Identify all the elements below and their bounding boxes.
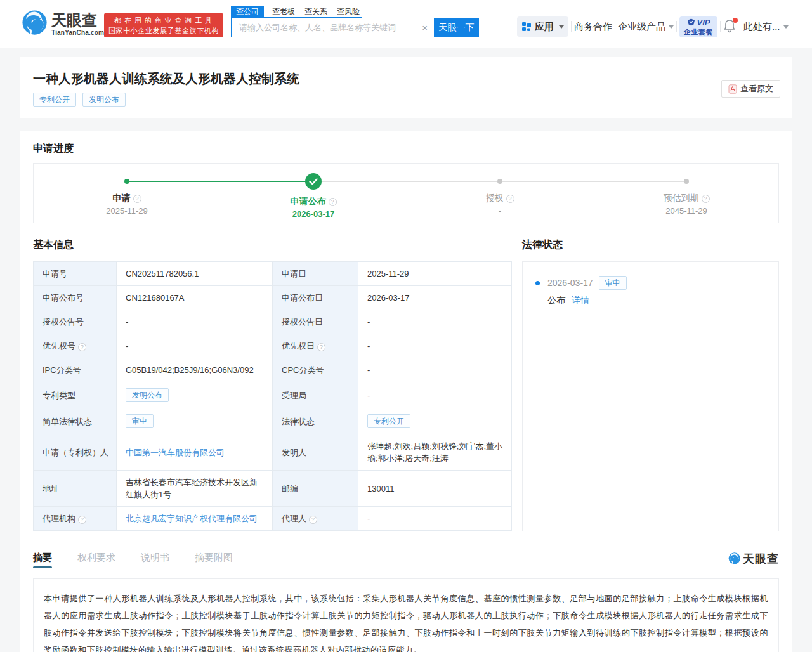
label-inventors: 发明人 — [273, 434, 358, 471]
value-publication-number: CN121680167A — [117, 286, 273, 310]
apps-menu-button[interactable]: 应用 — [517, 16, 568, 37]
enterprise-label: 企业级产品 — [618, 21, 665, 33]
abstract-text: 本申请提供了一种人形机器人训练系统及人形机器人控制系统，其中，该系统包括：采集人… — [44, 590, 768, 652]
nav-enterprise-products[interactable]: 企业级产品 — [618, 21, 674, 33]
label-applicant: 申请（专利权）人 — [34, 434, 117, 471]
patent-type-tag: 发明公布 — [126, 388, 169, 402]
tab-description[interactable]: 说明书 — [141, 551, 169, 568]
step-label-row: 申请公布? — [263, 196, 364, 207]
view-original-label: 查看原文 — [740, 83, 773, 95]
label-priority-number: 优先权号? — [34, 334, 117, 358]
help-icon[interactable]: ? — [78, 516, 86, 524]
step-check-icon — [305, 173, 322, 190]
check-icon — [309, 178, 318, 185]
legal-detail-link[interactable]: 详情 — [572, 295, 589, 305]
value-address: 吉林省长春市汽车经济技术开发区新红旗大街1号 — [117, 471, 273, 507]
help-icon[interactable]: ? — [133, 195, 141, 203]
label-simple-legal-status: 简单法律状态 — [34, 408, 117, 434]
apps-grid-icon — [521, 22, 532, 32]
bullet-icon — [535, 281, 540, 285]
legal-status-date: 2026-03-17 — [547, 278, 593, 288]
tab-abstract[interactable]: 摘要 — [33, 551, 52, 568]
label-accepting-office: 受理局 — [273, 382, 358, 408]
step-label: 申请 — [113, 193, 131, 204]
watermark-logo-text: 天眼查 — [743, 551, 779, 566]
value-simple-legal-status: 审中 — [117, 408, 273, 434]
vip-icon — [687, 18, 695, 26]
search-tab-boss[interactable]: 查老板 — [271, 6, 296, 17]
label-application-number: 申请号 — [34, 262, 117, 286]
help-icon[interactable]: ? — [317, 343, 325, 351]
help-icon[interactable]: ? — [702, 195, 710, 203]
value-agent: - — [358, 507, 512, 531]
label-postcode: 邮编 — [273, 471, 358, 507]
label-application-date: 申请日 — [273, 262, 358, 286]
clear-search-icon[interactable]: × — [422, 23, 428, 32]
help-icon[interactable]: ? — [506, 195, 514, 203]
search-row: × 天眼一下 — [231, 18, 479, 37]
vip-package-button[interactable]: VIP 企业套餐 — [679, 16, 717, 37]
nav-business-cooperation[interactable]: 商务合作 — [574, 21, 612, 33]
help-icon[interactable]: ? — [78, 343, 86, 351]
value-grant-date: - — [358, 310, 512, 334]
legal-status-heading: 法律状态 — [522, 238, 779, 252]
logo-en: TianYanCha.com — [51, 29, 104, 36]
value-postcode: 130011 — [358, 471, 512, 507]
value-priority-number: - — [117, 334, 273, 358]
value-priority-date: - — [358, 334, 512, 358]
patent-detail-card: 申请进度 申请? 2025-11-29 申请公布? 2026-03-17 授权?… — [20, 131, 792, 652]
search-tabs: 查公司 查老板 查关系 查风险 — [231, 6, 362, 18]
agency-link[interactable]: 北京超凡宏宇知识产权代理有限公司 — [126, 514, 258, 523]
legal-event-label: 公布 — [547, 295, 565, 305]
legal-status-event: 公布 详情 — [547, 295, 766, 306]
search-tab-company[interactable]: 查公司 — [231, 6, 264, 17]
label-ipc-class: IPC分类号 — [34, 358, 117, 382]
value-applicant: 中国第一汽车股份有限公司 — [117, 434, 273, 471]
header-nav: 应用 商务合作 企业级产品 VIP 企业套餐 此处有... — [517, 16, 789, 37]
progress-step-apply: 申请? 2025-11-29 — [76, 164, 178, 216]
cell-label-text: 优先权日 — [282, 341, 315, 351]
progress-timeline: 申请? 2025-11-29 申请公布? 2026-03-17 授权? - 预估… — [33, 163, 779, 223]
value-publication-date: 2026-03-17 — [358, 286, 512, 310]
vip-text: VIP — [697, 18, 710, 27]
search-button[interactable]: 天眼一下 — [434, 18, 479, 37]
caret-down-icon — [669, 25, 674, 29]
step-dot-done — [124, 179, 129, 184]
slogan-badge: 都在用的商业查询工具 国家中小企业发展子基金旗下机构 — [104, 13, 223, 37]
tab-abstract-figure[interactable]: 摘要附图 — [195, 551, 233, 568]
value-application-date: 2025-11-29 — [358, 262, 512, 286]
user-menu[interactable]: 此处有... — [743, 21, 789, 33]
search-tab-relation[interactable]: 查关系 — [303, 6, 329, 17]
applicant-link[interactable]: 中国第一汽车股份有限公司 — [126, 448, 225, 457]
divider — [571, 21, 572, 32]
value-agency: 北京超凡宏宇知识产权代理有限公司 — [117, 507, 273, 531]
divider — [615, 21, 615, 32]
simple-legal-status-tag: 审中 — [126, 414, 154, 428]
watermark-logo: 天眼查 — [728, 551, 779, 566]
search-tab-risk[interactable]: 查风险 — [336, 6, 361, 17]
help-icon[interactable]: ? — [329, 198, 337, 206]
view-original-button[interactable]: 查看原文 — [721, 80, 780, 98]
basic-info-table: 申请号 CN202511782056.1 申请日 2025-11-29 申请公布… — [33, 261, 512, 531]
value-patent-type: 发明公布 — [117, 382, 273, 408]
label-patent-type: 专利类型 — [34, 382, 117, 408]
search-input[interactable] — [231, 18, 434, 37]
help-icon[interactable]: ? — [309, 516, 317, 524]
table-row: 专利类型 发明公布 受理局 - — [34, 382, 512, 408]
label-agent: 代理人? — [273, 507, 358, 531]
tianyancha-logo[interactable]: 天眼查 TianYanCha.com — [22, 10, 104, 38]
value-cpc-class: - — [358, 358, 512, 382]
progress-step-publication: 申请公布? 2026-03-17 — [263, 164, 364, 219]
tab-claims[interactable]: 权利要求 — [77, 551, 115, 568]
table-row: 简单法律状态 审中 法律状态 专利公开 — [34, 408, 512, 434]
label-cpc-class: CPC分类号 — [273, 358, 358, 382]
tag-patent-publication: 专利公开 — [33, 93, 76, 107]
tianyancha-logo-icon — [22, 10, 48, 38]
label-grant-number: 授权公告号 — [34, 310, 117, 334]
step-label: 预估到期 — [664, 193, 699, 204]
notifications-bell[interactable] — [723, 19, 737, 34]
step-label-row: 申请? — [76, 193, 178, 204]
legal-status-item: 2026-03-17 审中 — [535, 276, 766, 290]
info-row: 基本信息 申请号 CN202511782056.1 申请日 2025-11-29… — [33, 238, 779, 531]
step-dot-pending — [684, 179, 689, 184]
